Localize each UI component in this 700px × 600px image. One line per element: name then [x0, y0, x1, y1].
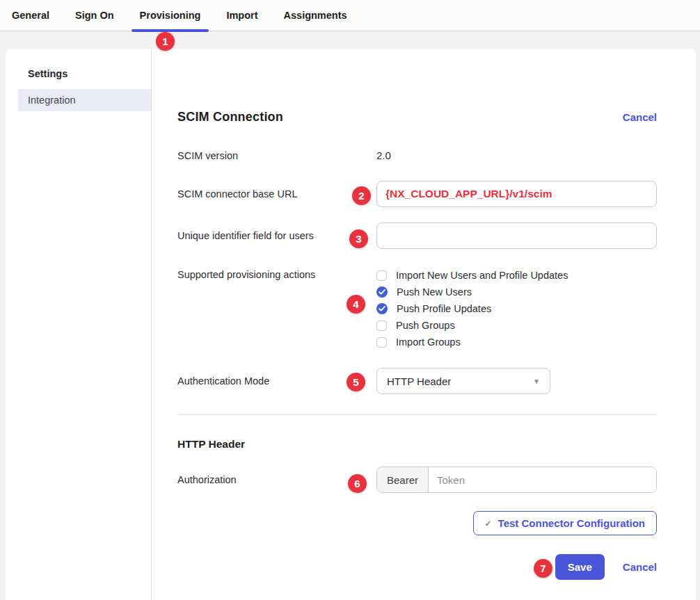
scim-connection-form: SCIM Connection Cancel SCIM version 2.0 …	[152, 49, 696, 600]
auth-mode-selected-value: HTTP Header	[387, 375, 451, 387]
step-badge-3: 3	[349, 229, 368, 248]
checkbox-unchecked-icon[interactable]	[376, 337, 387, 348]
tab-provisioning[interactable]: Provisioning	[132, 0, 209, 31]
tab-assignments[interactable]: Assignments	[276, 0, 356, 31]
sidebar-item-integration[interactable]: Integration	[18, 89, 151, 111]
chevron-down-icon: ▼	[533, 378, 540, 385]
tab-import[interactable]: Import	[218, 0, 266, 31]
step-badge-6: 6	[348, 474, 367, 493]
checkbox-row-push-profile-updates[interactable]: Push Profile Updates	[376, 300, 657, 317]
checkbox-label: Import Groups	[396, 337, 461, 348]
page-title: SCIM Connection	[177, 110, 283, 124]
provisioning-options: Import New Users and Profile UpdatesPush…	[376, 267, 657, 350]
checkbox-checked-icon[interactable]	[376, 303, 388, 314]
base-url-label: SCIM connector base URL	[177, 188, 376, 200]
auth-mode-select[interactable]: HTTP Header ▼	[376, 368, 550, 394]
settings-sidebar: Settings Integration	[6, 49, 152, 600]
step-badge-5: 5	[347, 373, 365, 391]
base-url-input[interactable]	[376, 181, 657, 207]
token-input[interactable]	[429, 467, 656, 492]
checkbox-row-push-groups[interactable]: Push Groups	[376, 317, 657, 334]
test-connector-button[interactable]: ✓ Test Connector Configuration	[473, 511, 657, 535]
checkbox-label: Push Groups	[396, 320, 455, 331]
scim-version-value: 2.0	[376, 149, 657, 161]
section-divider	[177, 414, 657, 415]
provisioning-actions-label: Supported provisioning actions	[177, 267, 376, 280]
check-icon: ✓	[485, 519, 492, 528]
checkbox-unchecked-icon[interactable]	[376, 270, 387, 281]
tab-sign-on[interactable]: Sign On	[67, 0, 122, 31]
checkbox-label: Push New Users	[397, 286, 472, 298]
checkbox-unchecked-icon[interactable]	[376, 321, 387, 331]
bearer-prefix: Bearer	[377, 467, 429, 492]
tab-general[interactable]: General	[3, 0, 58, 31]
unique-identifier-label: Unique identifier field for users	[177, 230, 376, 241]
checkbox-checked-icon[interactable]	[376, 286, 388, 298]
checkbox-row-import-groups[interactable]: Import Groups	[376, 334, 657, 350]
step-badge-1: 1	[156, 32, 175, 51]
header-cancel-button[interactable]: Cancel	[623, 111, 657, 123]
checkbox-row-import-new-users-and-profile-updates[interactable]: Import New Users and Profile Updates	[376, 267, 657, 284]
footer-cancel-button[interactable]: Cancel	[623, 561, 657, 573]
http-header-section-title: HTTP Header	[177, 438, 657, 451]
scim-version-label: SCIM version	[177, 150, 376, 161]
app-tab-bar: GeneralSign OnProvisioningImportAssignme…	[0, 0, 700, 31]
authorization-label: Authorization	[177, 474, 376, 485]
test-connector-label: Test Connector Configuration	[498, 517, 645, 529]
authorization-input-group: Bearer	[376, 467, 657, 493]
checkbox-label: Push Profile Updates	[397, 303, 491, 314]
unique-identifier-input[interactable]	[376, 222, 657, 249]
checkbox-label: Import New Users and Profile Updates	[396, 270, 568, 281]
save-button[interactable]: Save	[555, 554, 605, 580]
step-badge-4: 4	[347, 295, 365, 314]
sidebar-section-settings: Settings	[28, 68, 151, 79]
step-badge-7: 7	[534, 559, 552, 578]
step-badge-2: 2	[352, 186, 371, 205]
settings-card: Settings Integration SCIM Connection Can…	[6, 49, 696, 600]
checkbox-row-push-new-users[interactable]: Push New Users	[376, 284, 657, 300]
